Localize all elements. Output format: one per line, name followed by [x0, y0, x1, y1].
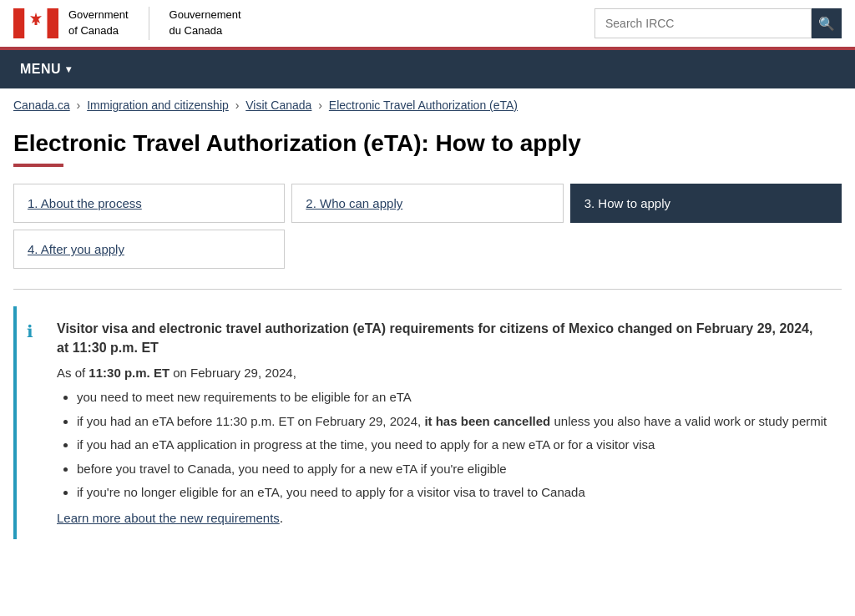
breadcrumb-separator: ›: [235, 98, 243, 112]
steps-tabs-row2: 4. After you apply: [13, 230, 842, 269]
step-tab-1[interactable]: 1. About the process: [13, 184, 285, 223]
breadcrumb-separator: ›: [77, 98, 84, 112]
info-box-subtitle: As of 11:30 p.m. ET on February 29, 2024…: [57, 366, 828, 380]
info-icon: ℹ: [27, 321, 47, 525]
list-item: if you're no longer eligible for an eTA,…: [77, 483, 828, 502]
info-box-title: Visitor visa and electronic travel autho…: [57, 320, 828, 357]
svg-rect-4: [35, 21, 38, 25]
info-box: ℹ Visitor visa and electronic travel aut…: [13, 306, 842, 538]
info-box-link[interactable]: Learn more about the new requirements: [57, 511, 280, 525]
info-box-footer: Learn more about the new requirements.: [57, 511, 828, 526]
list-item: before you travel to Canada, you need to…: [77, 460, 828, 479]
svg-rect-2: [48, 8, 59, 38]
site-header: Government of Canada Gouvernement du Can…: [0, 0, 855, 50]
chevron-down-icon: ▾: [66, 63, 72, 75]
main-nav: MENU ▾: [0, 50, 855, 88]
search-button[interactable]: 🔍: [812, 8, 842, 38]
content-divider: [13, 289, 842, 290]
search-icon: 🔍: [818, 16, 835, 32]
gov-fr-line2: du Canada: [169, 24, 241, 38]
gov-en-text: Government of Canada: [68, 8, 129, 38]
info-subtitle-bold: 11:30 p.m. ET: [89, 366, 169, 380]
list-item: if you had an eTA before 11:30 p.m. ET o…: [77, 412, 828, 432]
list-item: you need to meet new requirements to be …: [77, 388, 828, 407]
gov-separator: [149, 7, 149, 40]
gov-fr-line1: Gouvernement: [169, 8, 241, 23]
step-tab-3[interactable]: 3. How to apply: [570, 184, 842, 223]
breadcrumb-eta[interactable]: Electronic Travel Authorization (eTA): [329, 98, 518, 112]
canada-flag-icon: [13, 8, 58, 38]
menu-label: MENU: [20, 62, 61, 77]
breadcrumb: Canada.ca › Immigration and citizenship …: [0, 88, 855, 122]
list-item: if you had an eTA application in progres…: [77, 436, 828, 455]
steps-tabs: 1. About the process 2. Who can apply 3.…: [13, 184, 842, 223]
breadcrumb-visit[interactable]: Visit Canada: [245, 98, 311, 112]
search-area: 🔍: [594, 8, 842, 38]
main-content: Electronic Travel Authorization (eTA): H…: [0, 122, 855, 573]
info-period: .: [280, 511, 283, 525]
info-subtitle-end: on February 29, 2024,: [169, 366, 296, 380]
breadcrumb-home[interactable]: Canada.ca: [13, 98, 70, 112]
step-tab-2[interactable]: 2. Who can apply: [291, 184, 563, 223]
menu-button[interactable]: MENU ▾: [13, 50, 78, 88]
info-box-content: Visitor visa and electronic travel autho…: [57, 320, 828, 525]
breadcrumb-separator: ›: [318, 98, 326, 112]
info-subtitle-start: As of: [57, 366, 89, 380]
step-tab-4[interactable]: 4. After you apply: [13, 230, 285, 269]
search-input[interactable]: [594, 8, 812, 38]
header-logo-area: Government of Canada Gouvernement du Can…: [13, 7, 241, 40]
svg-rect-0: [13, 8, 25, 38]
page-title: Electronic Travel Authorization (eTA): H…: [13, 129, 842, 159]
gov-en-line2: of Canada: [68, 24, 129, 38]
title-underline: [13, 164, 63, 167]
gov-fr-text: Gouvernement du Canada: [169, 8, 241, 38]
info-list: you need to meet new requirements to be …: [57, 388, 828, 502]
gov-en-line1: Government: [68, 8, 129, 23]
breadcrumb-immigration[interactable]: Immigration and citizenship: [87, 98, 229, 112]
